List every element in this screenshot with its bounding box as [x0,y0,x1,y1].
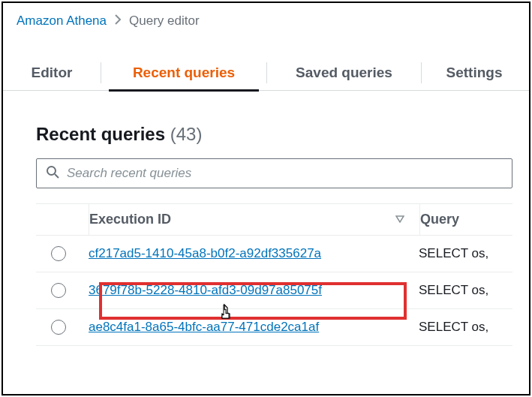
recent-queries-card: Recent queries (43) Execution ID Quer [20,107,529,346]
execution-id-link[interactable]: cf217ad5-1410-45a8-b0f2-a92df335627a [89,246,321,261]
search-icon [46,165,59,182]
tab-settings[interactable]: Settings [422,56,527,90]
execution-id-link[interactable]: 3679f78b-5228-4810-afd3-09d97a85075f [89,283,322,298]
row-radio[interactable] [51,283,66,298]
tab-editor[interactable]: Editor [3,56,101,90]
search-box[interactable] [36,158,512,188]
chevron-right-icon [114,14,122,28]
section-title: Recent queries (43) [36,124,512,145]
query-text: SELECT os, [419,246,512,261]
section-count: (43) [170,124,203,144]
row-radio[interactable] [51,320,66,335]
row-radio[interactable] [51,246,66,261]
column-header-execution-id[interactable]: Execution ID [89,212,419,227]
tab-recent-queries[interactable]: Recent queries [101,56,266,90]
table-row: 3679f78b-5228-4810-afd3-09d97a85075f SEL… [36,272,512,309]
search-input[interactable] [67,166,503,181]
query-text: SELECT os, [419,320,512,335]
queries-table: Execution ID Query cf217ad5-1410-45a8-b0… [36,203,512,346]
breadcrumb-current: Query editor [129,14,200,29]
table-header: Execution ID Query [36,203,512,236]
svg-line-1 [55,174,59,178]
table-row: ae8c4fa1-8a65-4bfc-aa77-471cde2ca1af SEL… [36,309,512,346]
svg-point-0 [47,167,56,175]
sort-icon [395,215,404,225]
tab-saved-queries[interactable]: Saved queries [267,56,421,90]
execution-id-link[interactable]: ae8c4fa1-8a65-4bfc-aa77-471cde2ca1af [89,320,319,335]
breadcrumb-root-link[interactable]: Amazon Athena [17,14,107,29]
query-text: SELECT os, [419,283,512,298]
tabs: Editor Recent queries Saved queries Sett… [3,56,529,90]
breadcrumb: Amazon Athena Query editor [3,3,529,33]
table-row: cf217ad5-1410-45a8-b0f2-a92df335627a SEL… [36,236,512,272]
column-header-query[interactable]: Query [420,212,512,227]
section-title-text: Recent queries [36,124,165,144]
